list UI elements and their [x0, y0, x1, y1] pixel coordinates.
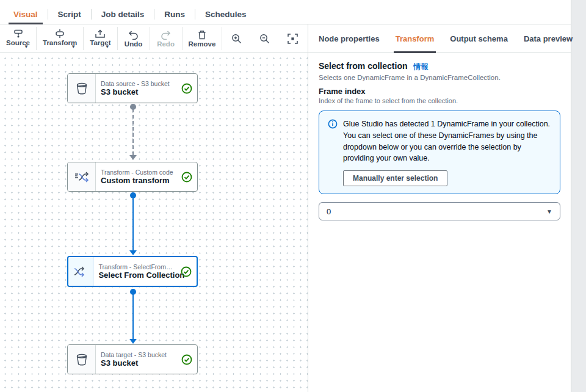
chevron-down-icon: ▼ — [71, 45, 76, 49]
tab-runs[interactable]: Runs — [154, 5, 195, 24]
tab-job-details[interactable]: Job details — [92, 5, 154, 24]
tab-output-schema[interactable]: Output schema — [442, 24, 516, 53]
tab-transform[interactable]: Transform — [388, 24, 443, 53]
edge-arrowhead — [129, 339, 137, 344]
visual-editor-pane: Source ▼ Transform ▼ — [0, 24, 308, 392]
tab-node-properties[interactable]: Node properties — [311, 24, 388, 53]
edge-select-to-target[interactable] — [129, 289, 137, 344]
edge-line — [132, 197, 134, 250]
panel-heading-description: Selects one DynamicFrame in a DynamicFra… — [319, 74, 560, 81]
target-icon — [95, 29, 106, 38]
node-title: Custom transform — [101, 176, 173, 185]
edge-source-to-custom-transform[interactable] — [129, 104, 137, 160]
zoom-out-button[interactable] — [250, 24, 278, 53]
s3-bucket-icon — [68, 345, 96, 374]
tab-schedules[interactable]: Schedules — [195, 5, 256, 24]
node-subtitle: Data source - S3 bucket — [101, 80, 170, 87]
node-data-target-s3[interactable]: Data target - S3 bucket S3 bucket — [67, 344, 198, 374]
redo-icon — [161, 31, 171, 40]
custom-transform-icon — [68, 162, 96, 191]
node-subtitle: Transform - Custom code — [101, 169, 173, 176]
zoom-in-icon — [231, 34, 242, 44]
dynamicframe-info-alert: Glue Studio has detected 1 DynamicFrame … — [319, 111, 560, 194]
recenter-icon — [288, 34, 298, 44]
select-from-collection-icon — [68, 257, 93, 286]
edge-line — [132, 109, 134, 155]
main-column: Visual Script Job details Runs Schedules… — [0, 0, 571, 392]
chevron-down-icon: ▼ — [24, 45, 29, 49]
zoom-out-icon — [259, 34, 270, 44]
remove-label: Remove — [189, 40, 216, 48]
valid-check-icon — [181, 74, 197, 103]
info-circle-icon — [328, 119, 338, 186]
recenter-button[interactable] — [278, 24, 306, 53]
s3-bucket-icon — [68, 74, 96, 103]
redo-button[interactable]: Redo — [150, 24, 182, 53]
transform-icon — [54, 29, 65, 38]
content-row: Source ▼ Transform ▼ — [0, 24, 571, 392]
glue-studio-window: Visual Script Job details Runs Schedules… — [0, 0, 586, 392]
tab-data-preview[interactable]: Data preview — [516, 24, 581, 53]
node-subtitle: Transform - SelectFromCol... — [98, 263, 176, 270]
frame-index-description: Index of the frame to select from the co… — [319, 97, 560, 104]
panel-heading: Select from collection — [319, 61, 407, 71]
target-menu-button[interactable]: Target ▼ — [84, 24, 117, 53]
edge-arrowhead — [129, 155, 137, 160]
node-details-panel: Node properties Transform Output schema … — [308, 24, 571, 392]
edge-arrowhead — [129, 250, 137, 255]
frame-index-label: Frame index — [319, 87, 560, 96]
info-link[interactable]: 情報 — [413, 62, 428, 72]
node-subtitle: Data target - S3 bucket — [101, 351, 167, 358]
trash-icon — [197, 30, 207, 40]
frame-index-selected-value: 0 — [327, 207, 331, 216]
top-strip — [0, 0, 571, 5]
chevron-down-icon: ▼ — [105, 45, 110, 49]
manually-enter-selection-button[interactable]: Manually enter selection — [343, 170, 447, 186]
node-title: S3 bucket — [101, 87, 170, 96]
node-title: Select From Collection — [98, 270, 176, 280]
frame-index-select[interactable]: 0 ▼ — [319, 202, 560, 220]
node-select-from-collection[interactable]: Transform - SelectFromCol... Select From… — [67, 256, 198, 287]
remove-button[interactable]: Remove — [183, 24, 222, 53]
tab-visual[interactable]: Visual — [4, 5, 48, 24]
undo-label: Undo — [125, 40, 142, 48]
source-icon — [13, 29, 24, 38]
undo-button[interactable]: Undo — [118, 24, 150, 53]
panel-tab-bar: Node properties Transform Output schema … — [308, 24, 571, 53]
valid-check-icon — [181, 257, 197, 286]
job-tab-bar: Visual Script Job details Runs Schedules — [0, 5, 571, 24]
alert-message: Glue Studio has detected 1 DynamicFrame … — [343, 118, 551, 164]
page-gutter — [571, 0, 586, 392]
valid-check-icon — [181, 345, 197, 374]
node-custom-transform[interactable]: Transform - Custom code Custom transform — [67, 162, 198, 192]
canvas-toolbar: Source ▼ Transform ▼ — [0, 24, 308, 53]
valid-check-icon — [181, 162, 197, 191]
job-canvas[interactable]: Data source - S3 bucket S3 bucket — [0, 53, 308, 392]
zoom-in-button[interactable] — [222, 24, 250, 53]
chevron-down-icon: ▼ — [546, 208, 552, 215]
transform-panel-body: Select from collection 情報 Selects one Dy… — [308, 53, 571, 228]
edge-line — [132, 294, 134, 339]
redo-label: Redo — [157, 40, 175, 48]
transform-menu-button[interactable]: Transform ▼ — [37, 24, 83, 53]
edge-custom-transform-to-select[interactable] — [129, 192, 137, 255]
source-menu-button[interactable]: Source ▼ — [0, 24, 36, 53]
node-title: S3 bucket — [101, 358, 167, 368]
tab-script[interactable]: Script — [48, 5, 91, 24]
undo-icon — [128, 31, 139, 40]
node-data-source-s3[interactable]: Data source - S3 bucket S3 bucket — [67, 73, 198, 103]
